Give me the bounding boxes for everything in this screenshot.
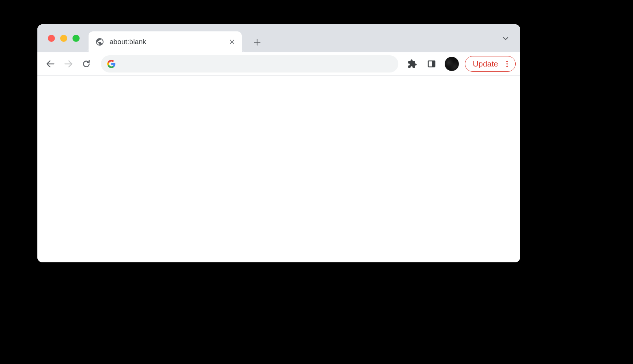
- chevron-down-icon: [501, 34, 510, 43]
- close-tab-button[interactable]: [228, 38, 236, 46]
- tab-strip: about:blank: [37, 24, 520, 52]
- browser-menu-button[interactable]: [502, 59, 512, 69]
- tab-title: about:blank: [109, 38, 228, 46]
- browser-window: about:blank: [37, 24, 520, 262]
- tab-search-button[interactable]: [498, 31, 513, 46]
- svg-point-4: [506, 65, 508, 67]
- close-window-button[interactable]: [48, 35, 55, 42]
- plus-icon: [253, 38, 262, 47]
- toolbar: Update: [37, 52, 520, 75]
- profile-avatar[interactable]: [445, 57, 459, 71]
- side-panel-icon: [427, 59, 436, 68]
- side-panel-button[interactable]: [424, 56, 439, 72]
- update-label: Update: [473, 59, 498, 68]
- reload-button[interactable]: [78, 55, 95, 73]
- extensions-button[interactable]: [404, 56, 420, 72]
- tab-strip-actions: [498, 31, 520, 46]
- arrow-left-icon: [45, 59, 56, 69]
- browser-tab[interactable]: about:blank: [89, 31, 242, 52]
- close-icon: [229, 38, 235, 45]
- forward-button[interactable]: [60, 55, 77, 73]
- window-controls: [37, 35, 80, 42]
- toolbar-actions: Update: [404, 56, 516, 72]
- address-bar[interactable]: [101, 55, 398, 73]
- globe-icon: [95, 37, 104, 46]
- page-viewport: [37, 75, 520, 262]
- back-button[interactable]: [42, 55, 59, 73]
- svg-point-3: [506, 63, 508, 65]
- tabs-area: about:blank: [89, 24, 498, 52]
- google-icon: [107, 59, 116, 68]
- svg-point-2: [506, 61, 508, 62]
- vertical-dots-icon: [503, 60, 511, 68]
- arrow-right-icon: [63, 59, 74, 69]
- maximize-window-button[interactable]: [72, 35, 80, 42]
- svg-rect-1: [432, 61, 435, 67]
- minimize-window-button[interactable]: [60, 35, 67, 42]
- address-input[interactable]: [122, 60, 392, 68]
- reload-icon: [81, 59, 91, 69]
- puzzle-piece-icon: [407, 59, 417, 69]
- update-button[interactable]: Update: [465, 56, 516, 72]
- new-tab-button[interactable]: [249, 34, 265, 50]
